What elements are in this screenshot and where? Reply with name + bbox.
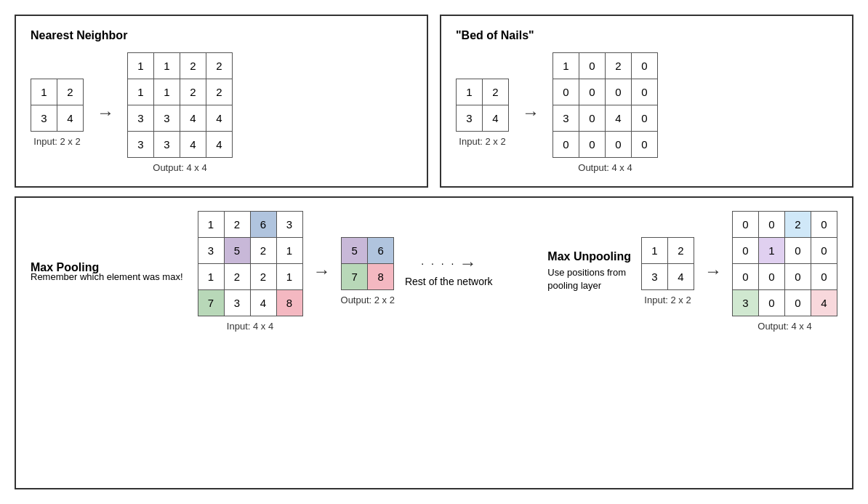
unpooling-input-grid: 1 2 3 4: [641, 237, 694, 290]
pooling-flow: 1 2 6 3 3 5 2 1 1 2 2 1: [198, 211, 493, 332]
pooling-arrow: →: [313, 261, 331, 281]
dots-arrow-section: · · · · → Rest of the network: [405, 253, 493, 289]
pooling-output-grid: 5 6 7 8: [341, 237, 394, 290]
unpooling-input-label: Input: 2 x 2: [644, 295, 691, 305]
max-unpooling-subtitle: Use positions frompooling layer: [547, 266, 631, 292]
nn-output-grid: 1122 1122 3344 3344: [127, 52, 233, 158]
max-pooling-section: Max Pooling Remember which element was m…: [31, 261, 183, 282]
unpooling-arrow: →: [704, 261, 722, 281]
bon-input-container: 12 34 Input: 2 x 2: [456, 79, 509, 147]
nn-arrow: →: [97, 103, 114, 123]
rest-of-network-label: Rest of the network: [405, 275, 493, 289]
bon-output-label: Output: 4 x 4: [578, 162, 632, 173]
nearest-neighbor-panel: Nearest Neighbor 12 34 Input: 2 x 2 → 11…: [15, 15, 428, 188]
dots-arrow-row: · · · · →: [421, 253, 476, 273]
unpooling-label-section: Max Unpooling Use positions frompooling …: [547, 250, 631, 292]
unpooling-input-container: 1 2 3 4 Input: 2 x 2: [641, 237, 694, 305]
bon-input-grid: 12 34: [456, 79, 509, 132]
unpooling-flow: Max Unpooling Use positions frompooling …: [547, 211, 837, 332]
unpooling-output-label: Output: 4 x 4: [758, 321, 811, 332]
nearest-neighbor-title: Nearest Neighbor: [31, 29, 127, 42]
nn-output-container: 1122 1122 3344 3344 Output: 4 x 4: [127, 52, 233, 173]
nn-input-label: Input: 2 x 2: [33, 136, 80, 147]
bed-of-nails-panel: "Bed of Nails" 12 34 Input: 2 x 2 → 1020…: [440, 15, 853, 188]
unpooling-output-grid: 0 0 2 0 0 1 0 0 0 0 0 0: [732, 211, 837, 316]
nn-input-grid: 12 34: [31, 79, 84, 132]
bottom-panel: Max Pooling Remember which element was m…: [15, 196, 853, 489]
pooling-output-container: 5 6 7 8 Output: 2 x 2: [341, 237, 395, 305]
bon-output-grid: 1020 0000 3040 0000: [552, 52, 658, 158]
nn-output-label: Output: 4 x 4: [153, 162, 206, 173]
top-row: Nearest Neighbor 12 34 Input: 2 x 2 → 11…: [15, 15, 853, 188]
nn-input-container: 12 34 Input: 2 x 2: [31, 79, 84, 147]
dots-icon: · · · ·: [421, 257, 456, 269]
bon-input-label: Input: 2 x 2: [459, 136, 505, 147]
bed-of-nails-content: 12 34 Input: 2 x 2 → 1020 0000 3040 0000…: [456, 52, 837, 173]
bon-arrow: →: [522, 103, 539, 123]
unpooling-output-container: 0 0 2 0 0 1 0 0 0 0 0 0: [732, 211, 837, 332]
nearest-neighbor-content: 12 34 Input: 2 x 2 → 1122 1122 3344 3344…: [31, 52, 412, 173]
bed-of-nails-title: "Bed of Nails": [456, 29, 534, 42]
pooling-input-container: 1 2 6 3 3 5 2 1 1 2 2 1: [198, 211, 303, 332]
pooling-input-grid: 1 2 6 3 3 5 2 1 1 2 2 1: [198, 211, 303, 316]
network-arrow: →: [459, 253, 476, 273]
bon-output-container: 1020 0000 3040 0000 Output: 4 x 4: [552, 52, 658, 173]
pooling-output-label: Output: 2 x 2: [341, 295, 395, 305]
max-pooling-subtitle: Remember which element was max!: [31, 271, 183, 282]
pooling-input-label: Input: 4 x 4: [227, 321, 273, 332]
max-unpooling-title: Max Unpooling: [547, 250, 631, 263]
bottom-panel-inner: Max Pooling Remember which element was m…: [31, 211, 837, 332]
